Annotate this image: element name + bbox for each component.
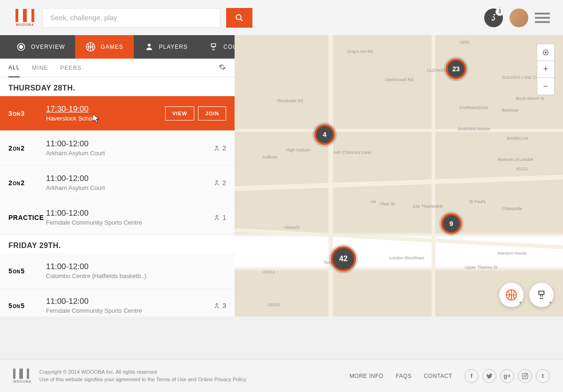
map[interactable]: Gray's Inn RdClerkenwell RdCLERKENWELLFA… — [235, 35, 563, 317]
svg-point-6 — [148, 44, 151, 46]
settings-button[interactable] — [219, 63, 226, 73]
player-count: 2 — [213, 179, 226, 187]
filter-all[interactable]: ALL — [8, 59, 20, 77]
main-nav: OVERVIEW GAMES PLAYERS COURTS — [0, 35, 235, 59]
game-row[interactable]: 3ON317:30-19:00Haverstock SchoolVIEWJOIN — [0, 96, 235, 131]
game-time: 11:00-12:00 — [46, 139, 206, 149]
map-label: Aldwych — [284, 225, 300, 230]
game-info: 11:00-12:00Arkham Asylum Court — [46, 139, 206, 157]
game-type: 3ON3 — [8, 110, 38, 117]
notifications-button[interactable]: 3 — [484, 8, 503, 27]
footer: WOOOBA Copyright © 2014 WOOOBA Inc. All … — [0, 359, 563, 392]
player-count: 2 — [213, 144, 226, 152]
person-icon — [213, 214, 220, 221]
map-label: Fleet St — [380, 202, 395, 206]
gear-icon — [219, 63, 226, 71]
game-row[interactable]: 5ON511:00-12:00Colombo Centre (Hatfields… — [0, 254, 235, 288]
add-court-button[interactable]: + — [529, 283, 554, 307]
game-type: 2ON2 — [8, 179, 38, 187]
svg-point-11 — [216, 303, 218, 305]
svg-point-17 — [524, 375, 526, 377]
map-label: Cheapside — [502, 206, 522, 211]
notification-badge: 3 — [495, 8, 504, 16]
game-info: 11:00-12:00Ferndale Community Sports Cen… — [46, 209, 206, 226]
left-panel: OVERVIEW GAMES PLAYERS COURTS ALL MINE P… — [0, 35, 235, 317]
nav-courts[interactable]: COURTS — [198, 35, 235, 59]
menu-button[interactable] — [535, 13, 550, 23]
join-button[interactable]: JOIN — [198, 106, 226, 121]
map-label: B100 Beech St — [516, 96, 544, 101]
facebook-link[interactable]: f — [464, 369, 479, 383]
game-row[interactable]: 5ON511:00-12:00Ferndale Community Sports… — [0, 288, 235, 317]
game-venue: Arkham Asylum Court — [46, 184, 206, 191]
map-pin[interactable]: 9 — [441, 213, 462, 234]
svg-rect-15 — [539, 291, 544, 294]
footer-faqs[interactable]: FAQS — [396, 373, 411, 379]
map-pin[interactable]: 23 — [446, 59, 466, 79]
filter-peers[interactable]: PEERS — [60, 59, 82, 77]
game-info: 11:00-12:00Colombo Centre (Hatfields bas… — [46, 262, 226, 279]
map-label: Chancery Lane — [342, 150, 371, 155]
nav-players[interactable]: PLAYERS — [134, 35, 198, 59]
header: WOOOBA 3 — [0, 0, 563, 35]
crosshair-icon — [542, 49, 549, 56]
game-type: 2ON2 — [8, 144, 38, 152]
game-row[interactable]: 2ON211:00-12:00Arkham Asylum Court2 — [0, 131, 235, 166]
game-info: 11:00-12:00Ferndale Community Sports Cen… — [46, 297, 206, 314]
game-time: 11:00-12:00 — [46, 174, 206, 183]
svg-point-9 — [216, 181, 218, 182]
content: OVERVIEW GAMES PLAYERS COURTS ALL MINE P… — [0, 35, 563, 317]
map-label: A3200 — [267, 302, 280, 307]
zoom-in-button[interactable]: + — [537, 61, 554, 78]
map-label: Smithfield Market — [457, 127, 490, 131]
map-label: FARRINGDON — [460, 106, 488, 110]
map-label: Holborn — [263, 155, 278, 159]
court-icon — [536, 290, 547, 300]
game-row[interactable]: PRACTICE11:00-12:00Ferndale Community Sp… — [0, 200, 235, 235]
map-label: Upper Thames St — [464, 265, 497, 270]
game-venue: Ferndale Community Sports Centre — [46, 219, 206, 226]
svg-point-2 — [494, 14, 495, 15]
search-input[interactable] — [42, 8, 221, 28]
filter-bar: ALL MINE PEERS — [0, 59, 235, 77]
game-venue: Haverstock School — [46, 115, 158, 122]
twitter-link[interactable] — [482, 369, 496, 383]
nav-games[interactable]: GAMES — [75, 35, 133, 59]
filter-mine[interactable]: MINE — [32, 59, 48, 77]
view-button[interactable]: VIEW — [165, 106, 194, 121]
player-count: 1 — [213, 214, 226, 221]
map-label: Theobalds Rd — [277, 98, 303, 103]
instagram-link[interactable] — [518, 369, 532, 383]
tumblr-link[interactable]: t — [536, 369, 550, 383]
search-icon — [235, 14, 243, 22]
game-venue: Ferndale Community Sports Centre — [46, 307, 206, 314]
zoom-out-button[interactable]: − — [537, 78, 554, 95]
game-type: PRACTICE — [8, 214, 38, 221]
svg-point-4 — [20, 45, 23, 49]
player-icon — [144, 42, 154, 52]
map-label: A201 — [460, 40, 470, 45]
game-info: 11:00-12:00Arkham Asylum Court — [46, 174, 206, 191]
game-time: 11:00-12:00 — [46, 209, 206, 218]
avatar[interactable] — [510, 8, 528, 27]
svg-point-0 — [236, 15, 241, 20]
game-venue: Arkham Asylum Court — [46, 150, 206, 157]
search-button[interactable] — [226, 8, 252, 28]
game-row[interactable]: 2ON211:00-12:00Arkham Asylum Court2 — [0, 166, 235, 200]
map-pin[interactable]: 4 — [314, 124, 335, 145]
map-pin[interactable]: 42 — [331, 246, 356, 271]
map-label: Clerkenwell Rd — [385, 77, 413, 82]
googleplus-link[interactable]: g+ — [500, 369, 514, 383]
nav-overview[interactable]: OVERVIEW — [6, 35, 75, 59]
map-label: BARBICAN — [507, 136, 528, 141]
svg-point-10 — [216, 215, 218, 217]
map-label: A1211 — [516, 166, 528, 171]
footer-contact[interactable]: CONTACT — [424, 373, 452, 379]
add-game-button[interactable]: + — [499, 283, 524, 307]
logo[interactable]: WOOOBA — [13, 8, 37, 28]
svg-line-1 — [240, 19, 243, 21]
footer-more-info[interactable]: MORE INFO — [350, 373, 384, 379]
map-label: Mansion House — [497, 251, 527, 256]
game-type: 5ON5 — [8, 267, 38, 275]
locate-button[interactable] — [537, 44, 554, 61]
